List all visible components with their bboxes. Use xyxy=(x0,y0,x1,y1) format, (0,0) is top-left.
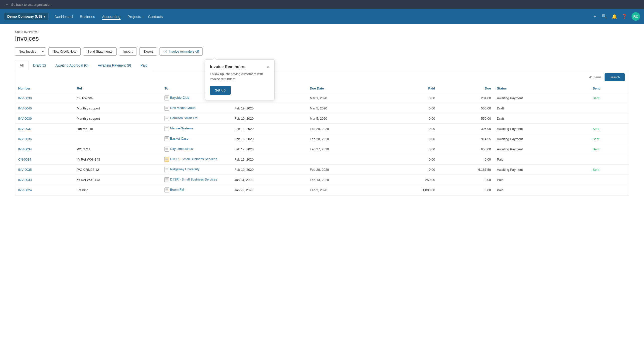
breadcrumb[interactable]: Sales overview › xyxy=(15,30,629,34)
invoice-number-link[interactable]: INV-0035 xyxy=(18,168,32,172)
breadcrumb-parent[interactable]: Sales overview xyxy=(15,30,37,34)
table-row[interactable]: INV-0035 P/O CRM08-12 Ridgeway Universit… xyxy=(15,165,629,175)
cell-number: INV-0036 xyxy=(15,134,74,144)
cell-sent xyxy=(590,175,629,185)
new-invoice-dropdown-button[interactable]: ▾ xyxy=(40,47,46,56)
cell-date: Feb 19, 2020 xyxy=(232,113,307,124)
tab-paid[interactable]: Paid xyxy=(136,61,152,70)
cell-due-date: Mar 5, 2020 xyxy=(307,113,382,124)
invoice-number-link[interactable]: INV-0040 xyxy=(18,106,32,110)
cell-to: Basket Case xyxy=(162,134,232,144)
table-row[interactable]: INV-0024 Training Boom FM Jan 23, 2020 F… xyxy=(15,185,629,195)
col-paid[interactable]: Paid xyxy=(382,84,438,93)
invoice-number-link[interactable]: INV-0037 xyxy=(18,127,32,131)
cell-number: INV-0033 xyxy=(15,175,74,185)
cell-due-date: Feb 27, 2020 xyxy=(307,144,382,154)
cell-date: Jan 24, 2020 xyxy=(232,175,307,185)
invoice-number-link[interactable]: INV-0024 xyxy=(18,188,32,192)
contact-link[interactable]: DIISR - Small Business Services xyxy=(170,157,217,161)
table-row[interactable]: INV-0034 P/O 9711 City Limousines Feb 17… xyxy=(15,144,629,154)
tab-all[interactable]: All xyxy=(15,61,28,70)
contact-link[interactable]: Basket Case xyxy=(170,137,188,140)
nav-business[interactable]: Business xyxy=(80,13,95,20)
invoice-number-link[interactable]: INV-0038 xyxy=(18,96,32,100)
reminders-clock-icon: 🕐 xyxy=(163,50,167,53)
invoice-number-link[interactable]: INV-0033 xyxy=(18,178,32,182)
contact-link[interactable]: City Limousines xyxy=(170,147,193,151)
contact-link[interactable]: Boom FM xyxy=(170,188,184,191)
contact-link[interactable]: Hamilton Smith Ltd xyxy=(170,116,198,120)
table-row[interactable]: INV-0036 Basket Case Feb 18, 2020 Feb 28… xyxy=(15,134,629,144)
table-row[interactable]: INV-0039 Monthly support Hamilton Smith … xyxy=(15,113,629,124)
col-due-date[interactable]: Due Date xyxy=(307,84,382,93)
import-button[interactable]: Import xyxy=(119,47,137,56)
col-sent[interactable]: Sent xyxy=(590,84,629,93)
items-count: 41 items xyxy=(589,75,602,79)
cell-due: 0.00 xyxy=(438,175,494,185)
cell-sent: Sent xyxy=(590,134,629,144)
plus-icon[interactable]: ＋ xyxy=(592,13,597,19)
table-row[interactable]: INV-0038 GB1-White Bayside Club Feb 20, … xyxy=(15,93,629,103)
table-header-row: 41 items Search xyxy=(15,70,629,84)
col-ref[interactable]: Ref xyxy=(74,84,162,93)
export-button[interactable]: Export xyxy=(139,47,157,56)
nav-contacts[interactable]: Contacts xyxy=(148,13,163,20)
tab-draft[interactable]: Draft (2) xyxy=(28,61,51,70)
popover-title: Invoice Reminders xyxy=(210,65,245,69)
table-row[interactable]: CN-0034 Yr Ref W08-143 DIISR - Small Bus… xyxy=(15,154,629,165)
cell-date: Feb 19, 2020 xyxy=(232,124,307,134)
invoice-number-link[interactable]: INV-0036 xyxy=(18,137,32,141)
cell-due: 914.55 xyxy=(438,134,494,144)
table-row[interactable]: INV-0033 Yr Ref W08-143 DIISR - Small Bu… xyxy=(15,175,629,185)
cell-due-date: Mar 1, 2020 xyxy=(307,93,382,103)
invoice-reminders-button[interactable]: 🕐 Invoice reminders off xyxy=(160,47,202,56)
new-invoice-button[interactable]: New Invoice xyxy=(15,47,40,56)
contact-link[interactable]: DIISR - Small Business Services xyxy=(170,178,217,181)
cell-ref: Yr Ref W08-143 xyxy=(74,154,162,165)
table-row[interactable]: INV-0037 Ref MK815 Marine Systems Feb 19… xyxy=(15,124,629,134)
nav-dashboard[interactable]: Dashboard xyxy=(54,13,73,20)
nav-links: Dashboard Business Accounting Projects C… xyxy=(54,13,592,20)
contact-link[interactable]: Ridgeway University xyxy=(170,167,200,171)
contact-link[interactable]: Marine Systems xyxy=(170,126,193,130)
table-row[interactable]: INV-0040 Monthly support Rex Media Group… xyxy=(15,103,629,113)
invoice-number-link[interactable]: CN-0034 xyxy=(18,158,31,161)
popover-setup-button[interactable]: Set up xyxy=(210,86,231,95)
search-icon[interactable]: 🔍 xyxy=(602,14,607,19)
tab-awaiting-approval[interactable]: Awaiting Approval (0) xyxy=(51,61,93,70)
search-button[interactable]: Search xyxy=(604,73,625,81)
popover-arrow xyxy=(212,58,216,60)
cell-status: Awaiting Payment xyxy=(494,134,590,144)
invoices-table: Number Ref To Date ▼ Due Date Paid Due S… xyxy=(15,84,629,195)
help-icon[interactable]: ❓ xyxy=(622,14,627,19)
breadcrumb-separator: › xyxy=(38,30,39,34)
new-credit-note-button[interactable]: New Credit Note xyxy=(48,47,80,56)
popover-close-button[interactable]: × xyxy=(266,65,269,69)
col-due[interactable]: Due xyxy=(438,84,494,93)
cell-due-date: Feb 13, 2020 xyxy=(307,175,382,185)
nav-actions: ＋ 🔍 🔔 ❓ RC xyxy=(592,12,640,21)
cell-number: INV-0034 xyxy=(15,144,74,154)
invoice-number-link[interactable]: INV-0034 xyxy=(18,147,32,151)
cell-due-date: Feb 20, 2020 xyxy=(307,165,382,175)
avatar[interactable]: RC xyxy=(632,12,640,21)
cell-sent: Sent xyxy=(590,124,629,134)
back-label[interactable]: Go back to last organisation xyxy=(11,3,51,6)
cell-number: INV-0038 xyxy=(15,93,74,103)
tab-awaiting-payment[interactable]: Awaiting Payment (9) xyxy=(93,61,136,70)
cell-status: Awaiting Payment xyxy=(494,93,590,103)
bell-icon[interactable]: 🔔 xyxy=(612,14,617,19)
cell-to: Hamilton Smith Ltd xyxy=(162,113,232,124)
cell-paid: 1,000.00 xyxy=(382,185,438,195)
send-statements-button[interactable]: Send Statements xyxy=(83,47,116,56)
col-status[interactable]: Status xyxy=(494,84,590,93)
nav-accounting[interactable]: Accounting xyxy=(102,13,120,20)
company-name: Demo Company (US) xyxy=(7,14,42,18)
contact-link[interactable]: Rex Media Group xyxy=(170,106,196,110)
company-switcher[interactable]: Demo Company (US) ▾ xyxy=(4,13,48,20)
col-number[interactable]: Number xyxy=(15,84,74,93)
nav-projects[interactable]: Projects xyxy=(128,13,141,20)
invoice-number-link[interactable]: INV-0039 xyxy=(18,117,32,120)
cell-ref xyxy=(74,134,162,144)
contact-link[interactable]: Bayside Club xyxy=(170,96,189,99)
